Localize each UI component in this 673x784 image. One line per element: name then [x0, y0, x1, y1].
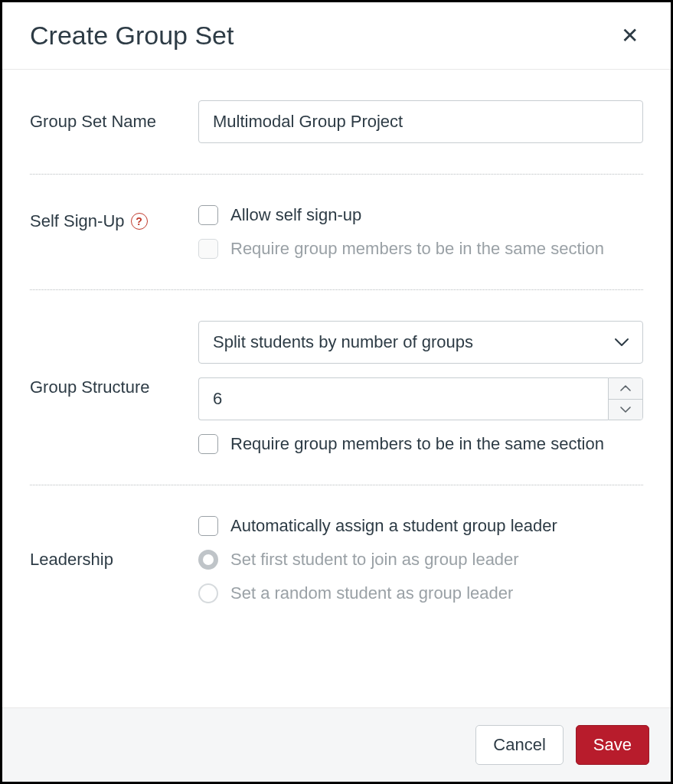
structure-same-section-checkbox[interactable]	[198, 434, 218, 454]
self-signup-content: Allow self sign-up Require group members…	[198, 205, 643, 259]
signup-same-section-row: Require group members to be in the same …	[198, 239, 643, 259]
random-radio	[198, 583, 218, 603]
chevron-down-icon	[619, 406, 632, 413]
modal-footer: Cancel Save	[2, 707, 671, 782]
first-join-radio	[198, 550, 218, 570]
allow-self-signup-label: Allow self sign-up	[230, 205, 361, 225]
self-signup-label: Self Sign-Up	[30, 211, 125, 231]
random-label: Set a random student as group leader	[230, 583, 513, 603]
modal-header: Create Group Set ✕	[2, 2, 671, 70]
close-icon: ✕	[621, 24, 639, 47]
chevron-up-icon	[619, 384, 632, 392]
section-group-name: Group Set Name	[30, 70, 643, 175]
group-count-wrap	[198, 377, 643, 420]
split-select-wrap: Split students by number of groups	[198, 321, 643, 364]
save-button[interactable]: Save	[576, 725, 649, 765]
auto-assign-label: Automatically assign a student group lea…	[230, 516, 557, 536]
self-signup-label-wrap: Self Sign-Up ?	[30, 205, 198, 231]
close-button[interactable]: ✕	[616, 22, 643, 50]
split-select[interactable]: Split students by number of groups	[198, 321, 643, 364]
auto-assign-checkbox[interactable]	[198, 516, 218, 536]
section-group-structure: Group Structure Split students by number…	[30, 290, 643, 485]
signup-same-section-checkbox	[198, 239, 218, 259]
allow-self-signup-checkbox[interactable]	[198, 205, 218, 225]
modal-body: Group Set Name Self Sign-Up ? Allow self…	[2, 70, 671, 707]
allow-self-signup-row: Allow self sign-up	[198, 205, 643, 225]
modal-title: Create Group Set	[30, 21, 234, 51]
group-count-spinners	[608, 377, 643, 420]
group-name-content	[198, 100, 643, 143]
group-count-input[interactable]	[198, 377, 608, 420]
first-join-row: Set first student to join as group leade…	[198, 550, 643, 570]
create-group-set-modal: Create Group Set ✕ Group Set Name Self S…	[0, 0, 673, 784]
signup-same-section-label: Require group members to be in the same …	[230, 239, 604, 259]
section-leadership: Leadership Automatically assign a studen…	[30, 485, 643, 634]
group-name-label: Group Set Name	[30, 112, 198, 132]
stepper-down-button[interactable]	[609, 400, 642, 420]
group-name-input[interactable]	[198, 100, 643, 143]
leadership-content: Automatically assign a student group lea…	[198, 516, 643, 603]
auto-assign-row: Automatically assign a student group lea…	[198, 516, 643, 536]
cancel-button[interactable]: Cancel	[475, 725, 563, 765]
leadership-label: Leadership	[30, 550, 198, 570]
structure-same-section-row: Require group members to be in the same …	[198, 434, 643, 454]
group-structure-content: Split students by number of groups	[198, 321, 643, 454]
structure-same-section-label: Require group members to be in the same …	[230, 434, 604, 454]
stepper-up-button[interactable]	[609, 378, 642, 400]
group-structure-label: Group Structure	[30, 377, 198, 397]
first-join-label: Set first student to join as group leade…	[230, 550, 519, 570]
random-row: Set a random student as group leader	[198, 583, 643, 603]
help-icon[interactable]: ?	[131, 213, 148, 230]
section-self-signup: Self Sign-Up ? Allow self sign-up Requir…	[30, 175, 643, 290]
